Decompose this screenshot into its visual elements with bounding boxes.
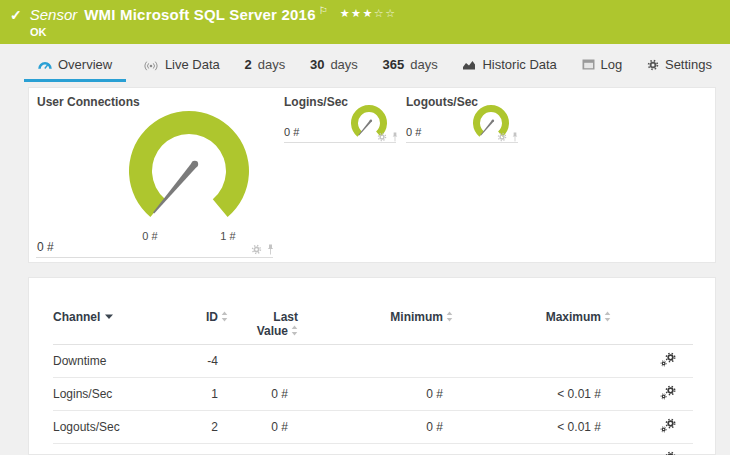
cell-minimum: 0 # [328, 411, 483, 444]
cell-last-value: 0 # [248, 411, 328, 444]
cell-maximum [483, 345, 643, 378]
pin-icon[interactable] [391, 132, 399, 142]
gauge-title-logouts: Logouts/Sec [406, 95, 478, 109]
gauge-value-user-connections: 0 # [37, 240, 54, 254]
tab-overview[interactable]: Overview [24, 44, 126, 85]
column-header-channel[interactable]: Channel [53, 302, 198, 345]
stars-filled: ★★★ [340, 7, 374, 19]
tab-30-days[interactable]: 30days [302, 44, 366, 85]
tab-label: Live Data [165, 57, 220, 72]
table-row: Logouts/Sec 2 0 # 0 # < 0.01 # [53, 411, 693, 444]
tab-log[interactable]: Log [574, 44, 631, 85]
tab-2-days[interactable]: 2days [237, 44, 294, 85]
cell-maximum: 0 # [483, 444, 643, 455]
column-header-maximum[interactable]: Maximum [483, 302, 643, 345]
page-title: WMI Microsoft SQL Server 2016 [84, 6, 315, 23]
gauge-value-logouts: 0 # [406, 126, 421, 138]
channels-panel: Channel ID Last Value Minimum Maximum [28, 277, 716, 455]
log-window-icon [582, 59, 595, 70]
status-ok-check-icon: ✓ [10, 7, 22, 23]
sort-both-icon [291, 325, 298, 336]
cell-id: 0 [198, 444, 248, 455]
gauge-max-label: 1 # [212, 230, 244, 242]
tab-number: 2 [245, 57, 252, 72]
tab-bar: Overview Live Data 2days 30days 365days … [0, 44, 730, 85]
gauge-needle [358, 120, 371, 136]
prtg-sensor-page: ✓ Sensor WMI Microsoft SQL Server 2016 ⚐… [0, 0, 730, 455]
cell-maximum: < 0.01 # [483, 378, 643, 411]
table-row: User Connections 0 0 # 0 # 0 # [53, 444, 693, 455]
sensor-header: ✓ Sensor WMI Microsoft SQL Server 2016 ⚐… [0, 0, 730, 44]
table-row: Downtime -4 [53, 345, 693, 378]
channels-table: Channel ID Last Value Minimum Maximum [53, 302, 693, 455]
cell-last-value: 0 # [248, 444, 328, 455]
cell-channel[interactable]: Downtime [53, 345, 198, 378]
stars-empty: ☆☆ [374, 7, 397, 19]
cell-minimum: 0 # [328, 444, 483, 455]
gauges-panel: User Connections 0 # 1 # 0 # Logins/Sec … [28, 87, 716, 263]
tab-label: days [258, 57, 285, 72]
tab-historic-data[interactable]: Historic Data [454, 44, 564, 85]
channel-settings-gears-icon[interactable] [660, 385, 677, 403]
column-header-actions [643, 302, 693, 345]
column-label: Maximum [546, 310, 601, 324]
gauge-title-logins: Logins/Sec [284, 95, 348, 109]
sort-both-icon [604, 311, 611, 322]
cell-channel[interactable]: Logouts/Sec [53, 411, 198, 444]
column-header-id[interactable]: ID [198, 302, 248, 345]
channel-settings-gears-icon[interactable] [660, 418, 677, 436]
column-label: Channel [53, 310, 100, 324]
flag-icon[interactable]: ⚐ [319, 5, 328, 16]
tab-label: Overview [58, 57, 112, 72]
status-badge: OK [30, 26, 47, 38]
user-connections-gauge [119, 107, 259, 247]
sort-both-icon [221, 311, 228, 322]
gauge-needle [480, 120, 493, 136]
cell-last-value: 0 # [248, 378, 328, 411]
gauge-min-label: 0 # [134, 230, 166, 242]
cell-minimum [328, 345, 483, 378]
broadcast-icon [143, 59, 159, 71]
gauge-settings-gear-icon[interactable] [377, 132, 387, 142]
tab-number: 365 [383, 57, 405, 72]
cell-id: 1 [198, 378, 248, 411]
column-header-minimum[interactable]: Minimum [328, 302, 483, 345]
tab-label: Settings [665, 57, 712, 72]
gauge-settings-gear-icon[interactable] [251, 244, 262, 255]
cell-maximum: < 0.01 # [483, 411, 643, 444]
tab-365-days[interactable]: 365days [375, 44, 446, 85]
cell-channel[interactable]: User Connections [53, 444, 198, 455]
tab-label: days [330, 57, 357, 72]
gauge-icon [38, 59, 52, 70]
tab-number: 30 [310, 57, 324, 72]
tab-label: days [410, 57, 437, 72]
sensor-kind-label: Sensor [30, 6, 78, 23]
tab-settings[interactable]: Settings [639, 44, 720, 85]
gear-icon [647, 59, 659, 71]
pin-icon[interactable] [266, 244, 275, 255]
cell-channel[interactable]: Logins/Sec [53, 378, 198, 411]
column-label: Minimum [390, 310, 443, 324]
column-header-last-value[interactable]: Last Value [248, 302, 328, 345]
sort-desc-icon [105, 314, 113, 319]
sort-both-icon [446, 311, 453, 322]
tab-label: Log [601, 57, 623, 72]
gauge-needle [153, 162, 197, 214]
cell-minimum: 0 # [328, 378, 483, 411]
channel-settings-gears-icon[interactable] [660, 352, 677, 370]
cell-id: -4 [198, 345, 248, 378]
table-row: Logins/Sec 1 0 # 0 # < 0.01 # [53, 378, 693, 411]
area-chart-icon [462, 59, 476, 70]
tab-live-data[interactable]: Live Data [135, 44, 228, 85]
gauge-value-logins: 0 # [284, 126, 299, 138]
cell-id: 2 [198, 411, 248, 444]
pin-icon[interactable] [511, 132, 519, 142]
gauge-settings-gear-icon[interactable] [497, 132, 507, 142]
cell-last-value [248, 345, 328, 378]
column-label: ID [206, 310, 218, 324]
priority-stars[interactable]: ★★★☆☆ [340, 7, 397, 20]
tab-label: Historic Data [482, 57, 556, 72]
channel-settings-gears-icon[interactable] [660, 451, 677, 455]
